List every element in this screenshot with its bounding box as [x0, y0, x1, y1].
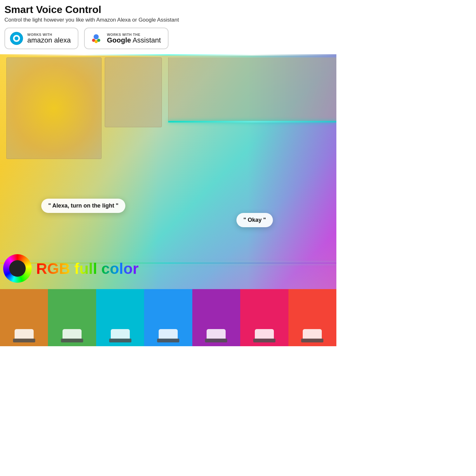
strip-base-2: [109, 339, 131, 342]
strip-base-6: [301, 339, 323, 342]
cabinet-left-glow: [6, 57, 102, 159]
strip-bulb-4: [207, 329, 226, 339]
google-name: Google Assistant: [107, 36, 161, 44]
alexa-badge-text: WORKS WITH amazon alexa: [27, 33, 71, 44]
strip-base-4: [205, 339, 227, 342]
rgb-area: RGB full color: [3, 254, 139, 283]
cabinet-right: [168, 57, 336, 121]
header-subtitle: Control the light however you like with …: [4, 17, 332, 23]
strip-base-1: [61, 339, 83, 342]
alexa-name: amazon alexa: [27, 36, 71, 44]
color-strip-item-0: [0, 289, 48, 346]
strip-bulb-5: [255, 329, 274, 339]
google-badge-text: works with the Google Assistant: [107, 33, 161, 44]
color-wheel: [3, 254, 32, 283]
strip-bulb-6: [303, 329, 322, 339]
okay-bubble-text: " Okay ": [243, 217, 266, 223]
alexa-speech-bubble: " Alexa, turn on the light ": [41, 199, 125, 213]
strip-glow-4: [192, 289, 240, 334]
color-strip-item-5: [240, 289, 288, 346]
svg-point-3: [94, 34, 99, 39]
svg-point-2: [15, 36, 18, 40]
under-cabinet-led-strip: [168, 121, 336, 122]
strip-glow-6: [288, 289, 336, 334]
color-strip-item-2: [96, 289, 144, 346]
strip-base-3: [157, 339, 179, 342]
alexa-badge: WORKS WITH amazon alexa: [4, 28, 78, 49]
kitchen-section: " Alexa, turn on the light " " Okay " RG…: [0, 54, 336, 289]
badge-row: WORKS WITH amazon alexa works with the G…: [4, 28, 332, 49]
cabinet-center-left: [105, 57, 162, 127]
strip-glow-1: [48, 289, 96, 334]
color-strip-item-3: [144, 289, 192, 346]
color-strip-item-4: [192, 289, 240, 346]
strip-bulb-1: [63, 329, 82, 339]
okay-speech-bubble: " Okay ": [236, 213, 273, 227]
alexa-bubble-text: " Alexa, turn on the light ": [48, 202, 118, 209]
strip-glow-5: [240, 289, 288, 334]
google-badge: works with the Google Assistant: [84, 28, 169, 49]
color-strip-section: [0, 289, 336, 346]
alexa-icon: [10, 31, 23, 45]
strip-bulb-3: [159, 329, 178, 339]
google-icon: [89, 31, 103, 45]
svg-point-6: [97, 39, 100, 42]
strip-base-0: [13, 339, 35, 342]
color-strip-item-6: [288, 289, 336, 346]
ceiling-led-strip: [0, 54, 336, 56]
header-section: Smart Voice Control Control the light ho…: [0, 0, 336, 54]
strip-glow-2: [96, 289, 144, 334]
strip-bulb-2: [111, 329, 130, 339]
strip-bulb-0: [15, 329, 34, 339]
rgb-full-color-label: RGB full color: [36, 260, 139, 277]
color-strip-item-1: [48, 289, 96, 346]
page-title: Smart Voice Control: [4, 4, 332, 16]
strip-base-5: [253, 339, 275, 342]
strip-glow-0: [0, 289, 48, 334]
strip-glow-3: [144, 289, 192, 334]
